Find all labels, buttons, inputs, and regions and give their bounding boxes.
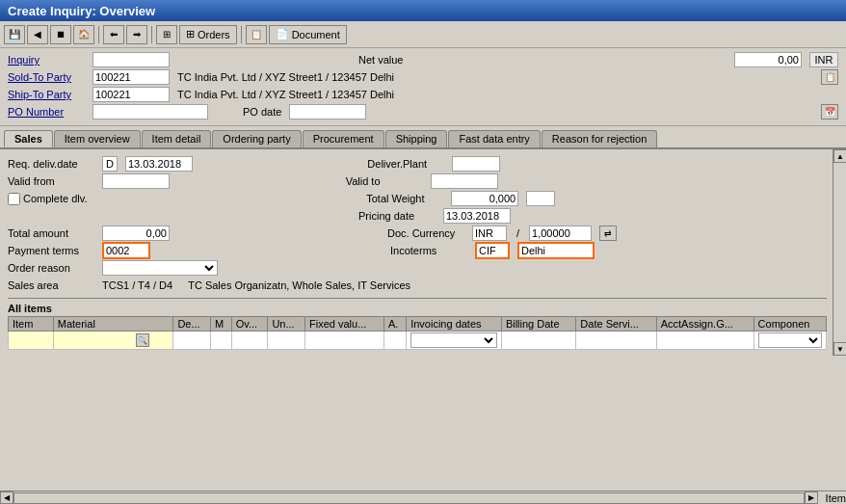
incoterms-1-input[interactable] [475, 242, 510, 259]
valid-to-input[interactable] [431, 173, 498, 189]
sales-area-code: TCS1 / T4 / D4 [102, 279, 172, 291]
valid-to-label: Valid to [346, 175, 423, 187]
tab-procurement[interactable]: Procurement [303, 130, 384, 147]
sales-area-text: TC Sales Organizatn, Whole Sales, IT Ser… [188, 279, 410, 291]
ship-to-row: Ship-To Party TC India Pvt. Ltd / XYZ St… [8, 87, 838, 102]
tab-shipping[interactable]: Shipping [385, 130, 448, 147]
tab-ordering-party[interactable]: Ordering party [212, 130, 301, 147]
item-cell[interactable] [9, 332, 54, 350]
sold-to-label[interactable]: Sold-To Party [8, 71, 85, 83]
un-cell [268, 332, 305, 350]
po-date-input[interactable] [289, 104, 366, 119]
col-m: M [211, 317, 232, 332]
valid-from-input[interactable] [102, 173, 170, 189]
inquiry-label[interactable]: Inquiry [8, 54, 85, 66]
col-a: A. [383, 317, 406, 332]
req-deliv-date-input[interactable] [125, 156, 193, 172]
tab-item-detail[interactable]: Item detail [142, 130, 212, 147]
payment-terms-input[interactable] [102, 242, 150, 259]
sold-to-input[interactable] [93, 69, 170, 85]
col-billing: Billing Date [501, 317, 575, 332]
tab-item-overview[interactable]: Item overview [54, 130, 141, 147]
col-date-servi: Date Servi... [576, 317, 656, 332]
po-calendar-button[interactable]: 📅 [821, 104, 838, 119]
next-button[interactable]: ➡ [126, 25, 147, 44]
items-table: Item Material De... M Ov... Un... Fixed … [8, 316, 827, 350]
tab-sales[interactable]: Sales [4, 130, 53, 147]
scroll-up-button[interactable]: ▲ [833, 149, 846, 163]
req-deliv-d-input[interactable] [102, 156, 118, 172]
col-invoicing: Invoicing dates [407, 317, 502, 332]
invoicing-cell [407, 332, 502, 350]
component-cell [753, 332, 826, 350]
back-button[interactable]: ◀ [27, 25, 48, 44]
material-input[interactable] [58, 334, 135, 346]
doc-currency-1-input[interactable] [472, 225, 507, 241]
ov-cell [231, 332, 268, 350]
deliver-plant-input[interactable] [452, 156, 500, 172]
payment-terms-row: Payment terms Incoterms [8, 242, 827, 259]
currency-display: INR [809, 52, 838, 67]
home-button[interactable]: 🏠 [73, 25, 94, 44]
grid-button[interactable]: ⊞ [156, 25, 177, 44]
header-section: Inquiry Net value INR Sold-To Party TC I… [0, 48, 846, 126]
invoicing-select[interactable] [410, 332, 497, 348]
material-search-button[interactable]: 🔍 [136, 333, 149, 347]
col-fixed: Fixed valu... [305, 317, 384, 332]
tab-fast-data-entry[interactable]: Fast data entry [448, 130, 540, 147]
inquiry-input[interactable] [93, 52, 170, 67]
doc-currency-convert-button[interactable]: ⇄ [599, 225, 617, 241]
a-cell [383, 332, 406, 350]
col-acct: AcctAssign.G... [656, 317, 753, 332]
net-value-input[interactable] [734, 52, 802, 67]
end-button[interactable]: ⏹ [50, 25, 71, 44]
complete-dlv-checkbox[interactable] [8, 193, 20, 205]
hscroll-right-button[interactable]: ▶ [805, 491, 818, 504]
doc-icon-button[interactable]: 📋 [246, 25, 267, 44]
col-item: Item [9, 317, 54, 332]
ship-to-input[interactable] [93, 87, 170, 102]
document-button[interactable]: 📄 Document [269, 25, 347, 44]
po-row: PO Number PO date 📅 [8, 104, 838, 119]
doc-currency-sep: / [516, 227, 519, 239]
valid-from-label: Valid from [8, 175, 94, 187]
hscroll-left-button[interactable]: ◀ [0, 491, 13, 504]
order-reason-select[interactable] [102, 260, 218, 276]
ship-to-label[interactable]: Ship-To Party [8, 89, 85, 100]
tab-reason-for-rejection[interactable]: Reason for rejection [542, 130, 657, 147]
all-items-header: All items [8, 303, 827, 314]
document-icon: 📄 [276, 28, 289, 40]
po-number-input[interactable] [93, 104, 208, 119]
sold-to-copy-button[interactable]: 📋 [821, 69, 838, 85]
item-input[interactable] [13, 334, 41, 346]
scroll-down-button[interactable]: ▼ [833, 342, 846, 356]
total-weight-unit-input[interactable] [526, 191, 555, 206]
pricing-date-input[interactable] [443, 208, 511, 224]
doc-currency-2-input[interactable] [529, 225, 592, 241]
hscroll-track [13, 492, 805, 504]
save-button[interactable]: 💾 [4, 25, 25, 44]
orders-button[interactable]: ⊞ Orders [179, 25, 237, 44]
complete-dlv-label: Complete dlv. [8, 193, 87, 205]
orders-icon: ⊞ [186, 28, 195, 40]
order-reason-row: Order reason [8, 259, 827, 277]
complete-dlv-row: Complete dlv. Total Weight [8, 190, 827, 207]
sep1 [98, 26, 99, 43]
fixed-cell [305, 332, 384, 350]
col-de: De... [173, 317, 211, 332]
total-weight-input[interactable] [451, 191, 518, 206]
material-cell[interactable]: 🔍 [53, 332, 173, 350]
prev-button[interactable]: ⬅ [103, 25, 124, 44]
acct-cell [656, 332, 753, 350]
po-number-label[interactable]: PO Number [8, 106, 85, 118]
total-amount-input[interactable] [102, 225, 170, 241]
toolbar: 💾 ◀ ⏹ 🏠 ⬅ ➡ ⊞ ⊞ Orders 📋 📄 Document [0, 21, 846, 48]
col-ov: Ov... [231, 317, 268, 332]
inquiry-row: Inquiry Net value INR [8, 52, 838, 67]
scroll-track [833, 163, 846, 221]
component-select[interactable] [758, 332, 822, 348]
incoterms-2-input[interactable] [517, 242, 595, 259]
payment-terms-label: Payment terms [8, 245, 94, 256]
pricing-date-label: Pricing date [358, 210, 436, 222]
total-amount-row: Total amount Doc. Currency / ⇄ [8, 225, 827, 242]
